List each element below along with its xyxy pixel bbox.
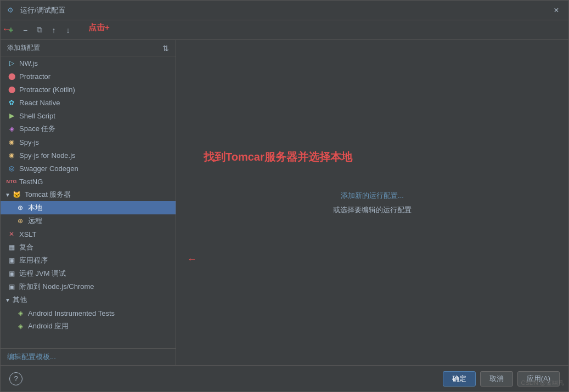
- remove-config-button[interactable]: −: [19, 24, 31, 36]
- android-instrumented-icon: ◈: [16, 309, 25, 317]
- tomcat-section-label: Tomcat 服务器: [25, 190, 71, 200]
- android-app-icon: ◈: [16, 322, 25, 331]
- footer-left: ?: [9, 372, 438, 385]
- content-area: 添加新配置 ⇅ ▷ NW.js ⬤ Protractor ⬤ Protracto…: [1, 40, 568, 365]
- list-item-xslt[interactable]: ✕ XSLT: [1, 228, 176, 241]
- cancel-button[interactable]: 取消: [480, 371, 513, 387]
- tomcat-local-label: 本地: [28, 203, 42, 213]
- add-config-button[interactable]: +: [5, 24, 17, 36]
- spy-js-node-icon: ◉: [7, 151, 16, 160]
- sidebar-header: 添加新配置 ⇅: [1, 40, 176, 56]
- spy-js-node-label: Spy-js for Node.js: [19, 151, 76, 160]
- ok-button[interactable]: 确定: [443, 371, 476, 387]
- spy-js-label: Spy-js: [19, 138, 39, 146]
- protractor-kotlin-label: Protractor (Kotlin): [19, 86, 75, 94]
- nwjs-label: NW.js: [19, 59, 38, 67]
- jvm-debug-label: 远程 JVM 调试: [19, 269, 66, 279]
- list-item-nwjs[interactable]: ▷ NW.js: [1, 56, 176, 70]
- shell-script-label: Shell Script: [19, 112, 55, 120]
- jvm-debug-icon: ▣: [7, 269, 16, 278]
- space-label: Space 任务: [19, 124, 55, 134]
- copy-config-button[interactable]: ⧉: [33, 24, 46, 36]
- nwjs-icon: ▷: [7, 59, 16, 67]
- tomcat-section-header[interactable]: ▼ 🐱 Tomcat 服务器: [1, 188, 176, 201]
- swagger-label: Swagger Codegen: [19, 164, 78, 173]
- list-item-spy-js-node[interactable]: ◉ Spy-js for Node.js: [1, 149, 176, 162]
- other-section-header[interactable]: ▼ 其他: [1, 293, 176, 306]
- list-item-shell-script[interactable]: ▶ Shell Script: [1, 109, 176, 122]
- list-item-react-native[interactable]: ✿ React Native: [1, 96, 176, 109]
- list-item-tomcat-remote[interactable]: ⊕ 远程: [1, 214, 176, 228]
- list-item-spy-js[interactable]: ◉ Spy-js: [1, 135, 176, 149]
- tomcat-remote-label: 远程: [28, 216, 42, 226]
- sidebar-sort-icon[interactable]: ⇅: [162, 44, 169, 53]
- other-chevron-icon: ▼: [5, 297, 10, 303]
- list-item-android-app[interactable]: ◈ Android 应用: [1, 320, 176, 333]
- help-button[interactable]: ?: [9, 372, 22, 385]
- space-icon: ◈: [7, 124, 16, 133]
- app-icon: ▣: [7, 256, 16, 265]
- protractor-label: Protractor: [19, 72, 50, 81]
- add-config-link[interactable]: 添加新的运行配置...: [333, 191, 412, 201]
- react-native-label: React Native: [19, 99, 60, 107]
- other-section-label: 其他: [13, 295, 27, 305]
- xslt-label: XSLT: [19, 230, 37, 238]
- list-item-android-instrumented[interactable]: ◈ Android Instrumented Tests: [1, 306, 176, 320]
- empty-state: 添加新的运行配置... 或选择要编辑的运行配置: [333, 191, 412, 215]
- list-item-protractor[interactable]: ⬤ Protractor: [1, 70, 176, 83]
- list-item-swagger[interactable]: ◎ Swagger Codegen: [1, 162, 176, 175]
- close-button[interactable]: ×: [551, 5, 562, 16]
- sidebar-footer: 编辑配置模板...: [1, 348, 176, 365]
- run-debug-dialog: ⚙ 运行/调试配置 × + ← − ⧉ ↑ ↓ 点击+ 添加新配置 ⇅ ▷ NW…: [0, 0, 569, 392]
- main-panel: 添加新的运行配置... 或选择要编辑的运行配置 找到Tomcar服务器并选择本地…: [176, 40, 568, 365]
- list-item-node-chrome[interactable]: ▣ 附加到 Node.js/Chrome: [1, 280, 176, 293]
- footer: ? 确定 取消 应用(A): [1, 365, 568, 391]
- node-chrome-icon: ▣: [7, 282, 16, 291]
- tomcat-chevron-icon: ▼: [5, 192, 10, 198]
- toolbar: + ← − ⧉ ↑ ↓ 点击+: [1, 20, 568, 40]
- compound-icon: ▦: [7, 243, 16, 252]
- list-item-compound[interactable]: ▦ 复合: [1, 241, 176, 254]
- testng-label: TestNG: [19, 178, 43, 186]
- dialog-icon: ⚙: [7, 6, 16, 15]
- edit-templates-link[interactable]: 编辑配置模板...: [7, 353, 56, 361]
- spy-js-icon: ◉: [7, 138, 16, 146]
- annotation-text: 找到Tomcar服务器并选择本地: [204, 150, 352, 164]
- tomcat-remote-icon: ⊕: [16, 217, 25, 225]
- tomcat-local-icon: ⊕: [16, 203, 25, 212]
- tomcat-section-icon: 🐱: [13, 190, 21, 199]
- android-instrumented-label: Android Instrumented Tests: [28, 309, 115, 317]
- annotation-arrow: →: [187, 254, 197, 265]
- swagger-icon: ◎: [7, 164, 16, 173]
- react-native-icon: ✿: [7, 98, 16, 107]
- list-item-jvm-debug[interactable]: ▣ 远程 JVM 调试: [1, 267, 176, 280]
- click-hint: 点击+: [88, 22, 110, 33]
- xslt-icon: ✕: [7, 230, 16, 238]
- watermark: CSDN @蓝幽凡: [521, 379, 564, 387]
- list-item-protractor-kotlin[interactable]: ⬤ Protractor (Kotlin): [1, 83, 176, 96]
- shell-script-icon: ▶: [7, 111, 16, 120]
- node-chrome-label: 附加到 Node.js/Chrome: [19, 282, 94, 292]
- sidebar-list: ▷ NW.js ⬤ Protractor ⬤ Protractor (Kotli…: [1, 56, 176, 348]
- or-edit-text: 或选择要编辑的运行配置: [333, 205, 412, 215]
- protractor-icon: ⬤: [7, 72, 16, 81]
- move-up-button[interactable]: ↑: [48, 24, 60, 36]
- move-down-button[interactable]: ↓: [62, 24, 74, 36]
- android-app-label: Android 应用: [28, 321, 69, 331]
- testng-icon: NTG: [7, 177, 16, 186]
- sidebar: 添加新配置 ⇅ ▷ NW.js ⬤ Protractor ⬤ Protracto…: [1, 40, 176, 365]
- list-item-tomcat-local[interactable]: ⊕ 本地: [1, 201, 176, 214]
- dialog-title: 运行/调试配置: [20, 5, 551, 15]
- list-item-app[interactable]: ▣ 应用程序: [1, 254, 176, 267]
- list-item-testng[interactable]: NTG TestNG: [1, 175, 176, 188]
- list-item-space[interactable]: ◈ Space 任务: [1, 122, 176, 135]
- compound-label: 复合: [19, 242, 33, 252]
- app-label: 应用程序: [19, 255, 48, 265]
- title-bar: ⚙ 运行/调试配置 ×: [1, 1, 568, 20]
- protractor-kotlin-icon: ⬤: [7, 85, 16, 94]
